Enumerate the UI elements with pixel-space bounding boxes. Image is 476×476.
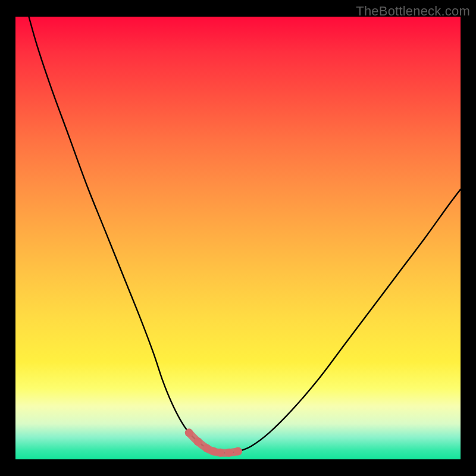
- bottleneck-curve-path: [29, 17, 461, 453]
- bottleneck-curve-svg: [15, 17, 461, 459]
- curve-marker: [234, 447, 242, 456]
- curve-marker: [194, 437, 202, 446]
- curve-marker: [216, 449, 224, 457]
- curve-marker: [225, 449, 233, 457]
- curve-marker: [185, 428, 193, 437]
